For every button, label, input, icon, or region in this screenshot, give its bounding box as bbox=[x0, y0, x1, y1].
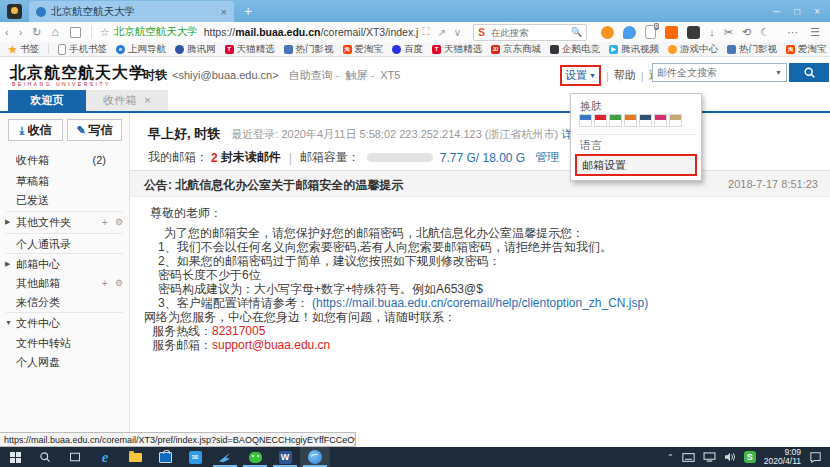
tab-close-icon[interactable]: × bbox=[221, 6, 227, 18]
address-url[interactable]: https://mail.buaa.edu.cn/coremail/XT3/in… bbox=[204, 26, 419, 38]
compose-mail-button[interactable]: ✎写信 bbox=[67, 119, 122, 141]
tray-expand-icon[interactable]: ⌃ bbox=[667, 453, 674, 462]
service-email[interactable]: support@buaa.edu.cn bbox=[212, 338, 330, 352]
action-center-icon[interactable] bbox=[809, 452, 822, 463]
volume-icon[interactable] bbox=[724, 452, 736, 462]
search-icon[interactable]: 🔍 bbox=[571, 27, 582, 37]
download-icon[interactable]: ↓ bbox=[709, 26, 715, 39]
receive-mail-button[interactable]: ⤓收信 bbox=[8, 119, 63, 141]
bookmark-item[interactable]: ▶腾讯视频 bbox=[609, 43, 659, 56]
browser-search-input[interactable] bbox=[489, 26, 571, 39]
bookmarks-root[interactable]: ★书签 bbox=[8, 43, 39, 56]
taskbar-wechat[interactable] bbox=[240, 447, 270, 467]
skin-swatch-navy[interactable] bbox=[639, 114, 652, 127]
skin-swatch-green[interactable] bbox=[609, 114, 622, 127]
more-icon[interactable]: ⋯ bbox=[787, 26, 798, 39]
shopping-icon[interactable] bbox=[665, 26, 678, 39]
maximize-icon[interactable]: □ bbox=[794, 6, 800, 17]
notice-header-bar[interactable]: 公告: 北航信息化办公室关于邮箱安全的温馨提示 2018-7-17 8:51:2… bbox=[130, 170, 830, 197]
client-config-link[interactable]: (https://mail.buaa.edu.cn/coremail/help/… bbox=[312, 296, 648, 310]
bookmark-item[interactable]: 淘爱淘宝 bbox=[343, 43, 384, 56]
add-folder-icon[interactable]: + bbox=[102, 213, 108, 231]
sidebar-item-inbox[interactable]: 收件箱(2) bbox=[0, 151, 130, 169]
night-mode-icon[interactable]: ☾ bbox=[760, 26, 770, 39]
forward-icon[interactable]: › bbox=[19, 26, 23, 38]
self-service-link[interactable]: 自助查询 bbox=[289, 69, 333, 81]
mail-search-input[interactable] bbox=[653, 67, 775, 78]
bookmark-item[interactable]: 热门影视 bbox=[727, 43, 777, 56]
adblock-icon[interactable] bbox=[687, 26, 700, 39]
bookmark-item[interactable]: T天猫精选 bbox=[432, 43, 482, 56]
bookmark-item[interactable]: 淘爱淘宝 bbox=[786, 43, 827, 56]
bookmark-item[interactable]: T天猫精选 bbox=[225, 43, 275, 56]
skin-swatch-red[interactable] bbox=[594, 114, 607, 127]
qr-icon[interactable]: ⛶ bbox=[422, 26, 429, 38]
settings-button[interactable]: 设置 bbox=[565, 68, 587, 83]
chevron-down-icon[interactable]: ▼ bbox=[589, 72, 596, 79]
chevron-right-icon[interactable]: ▶ bbox=[5, 213, 10, 231]
touch-version-link[interactable]: 触屏 bbox=[345, 69, 367, 81]
new-tab-button[interactable]: + bbox=[244, 1, 252, 21]
taskbar-qq-browser[interactable] bbox=[300, 447, 330, 467]
browser-profile-avatar[interactable] bbox=[7, 4, 22, 19]
xt5-link[interactable]: XT5 bbox=[380, 69, 400, 81]
help-link[interactable]: 帮助 bbox=[614, 68, 636, 83]
tab-welcome[interactable]: 欢迎页 bbox=[8, 90, 86, 111]
taskbar-edge[interactable]: e bbox=[90, 447, 120, 467]
add-account-icon[interactable]: + bbox=[102, 274, 108, 292]
sogou-input-icon[interactable]: S bbox=[744, 451, 756, 463]
bookmark-star-icon[interactable]: ☆ bbox=[100, 26, 110, 39]
bookmark-item[interactable]: JD京东商城 bbox=[491, 43, 541, 56]
mail-search-button[interactable] bbox=[789, 63, 829, 82]
unread-mail-link[interactable]: 封未读邮件 bbox=[221, 149, 281, 166]
keyboard-icon[interactable] bbox=[682, 453, 695, 462]
bookmark-item[interactable]: 百度 bbox=[392, 43, 423, 56]
skin-swatch-tan[interactable] bbox=[669, 114, 682, 127]
bookmark-item[interactable]: e上网导航 bbox=[116, 43, 166, 56]
taskbar-mail[interactable]: ✉ bbox=[180, 447, 210, 467]
bookmark-item[interactable]: 热门影视 bbox=[284, 43, 334, 56]
bird-extension-icon[interactable] bbox=[623, 26, 636, 39]
sidebar-item-file-transfer[interactable]: 文件中转站 bbox=[0, 334, 130, 352]
sidebar-item-file-center[interactable]: ▼文件中心 bbox=[0, 314, 130, 332]
taskbar-file-explorer[interactable] bbox=[120, 447, 150, 467]
taskbar-store[interactable] bbox=[150, 447, 180, 467]
scissors-screenshot-icon[interactable]: ✂ bbox=[724, 26, 733, 39]
sidebar-item-drafts[interactable]: 草稿箱 bbox=[0, 172, 130, 190]
sidebar-item-sent[interactable]: 已发送 bbox=[0, 191, 130, 209]
bookmark-item[interactable]: 手机书签 bbox=[58, 43, 107, 56]
taskbar-word[interactable]: W bbox=[270, 447, 300, 467]
mail-settings-menu-item[interactable]: 邮箱设置 bbox=[575, 154, 697, 176]
gear-icon[interactable]: ⚙ bbox=[115, 274, 123, 292]
sidebar-item-other-mail[interactable]: 其他邮箱+⚙ bbox=[0, 274, 130, 292]
gear-icon[interactable]: ⚙ bbox=[115, 213, 123, 231]
back-icon[interactable]: ‹ bbox=[5, 26, 9, 38]
sidebar-item-net-disk[interactable]: 个人网盘 bbox=[0, 353, 130, 371]
phone-sync-icon[interactable]: 0 bbox=[645, 25, 656, 39]
tab-inbox[interactable]: 收件箱 × bbox=[86, 90, 168, 111]
sidebar-item-other-folders[interactable]: ▶其他文件夹+⚙ bbox=[0, 213, 130, 231]
start-button[interactable] bbox=[0, 447, 30, 467]
share-icon[interactable]: ↗ bbox=[437, 27, 445, 38]
sidebar-item-incoming-sort[interactable]: 来信分类 bbox=[0, 293, 130, 311]
chevron-right-icon[interactable]: ▶ bbox=[5, 255, 10, 273]
manage-link[interactable]: 管理 bbox=[535, 149, 559, 166]
skin-swatch-pink[interactable] bbox=[654, 114, 667, 127]
taskbar-bird-app[interactable] bbox=[210, 447, 240, 467]
search-options-caret-icon[interactable]: ▼ bbox=[775, 69, 786, 76]
minimize-icon[interactable]: ─ bbox=[773, 6, 780, 17]
taskbar-search-button[interactable] bbox=[30, 447, 60, 467]
game-center-icon[interactable] bbox=[601, 26, 614, 39]
bookmark-item[interactable]: 腾讯网 bbox=[175, 43, 216, 56]
menu-icon[interactable]: ☰ bbox=[810, 26, 820, 39]
sidebar-item-mail-center[interactable]: ▶邮箱中心 bbox=[0, 255, 130, 273]
tab-close-icon[interactable]: × bbox=[144, 90, 150, 111]
window-close-icon[interactable]: × bbox=[814, 6, 820, 17]
notice-title[interactable]: 公告: 北航信息化办公室关于邮箱安全的温馨提示 bbox=[144, 177, 403, 194]
chevron-down-icon[interactable]: ▼ bbox=[5, 314, 12, 332]
sogou-search-box[interactable]: S 🔍 bbox=[473, 24, 587, 41]
network-icon[interactable] bbox=[703, 452, 716, 462]
taskbar-clock[interactable]: 9:092020/4/11 bbox=[764, 448, 801, 466]
refresh-icon[interactable]: ↻ bbox=[32, 26, 41, 39]
skin-swatch-blue[interactable] bbox=[579, 114, 592, 127]
